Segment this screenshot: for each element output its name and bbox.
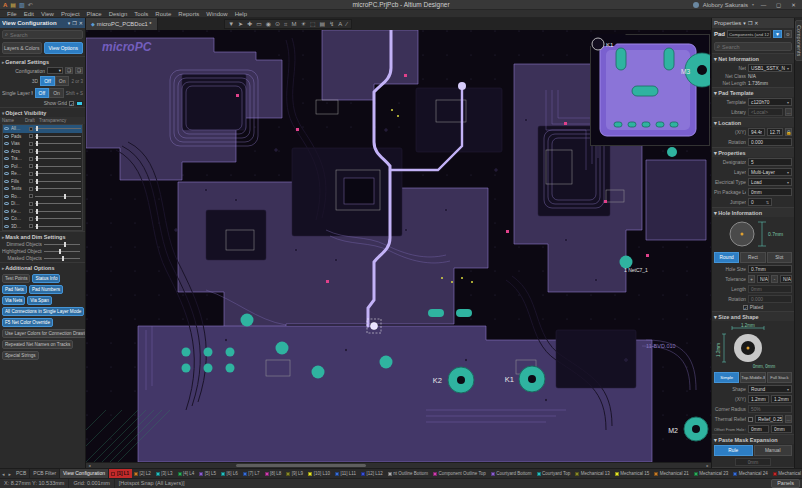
layer-tab[interactable]: [5] L5 [197, 469, 219, 478]
net-pad[interactable] [458, 82, 466, 90]
transparency-slider[interactable] [35, 149, 81, 154]
section-pad-template[interactable]: ▾ Pad Template [712, 87, 794, 97]
visibility-row[interactable]: Co… [3, 215, 82, 223]
layer-tab[interactable]: [10] L10 [306, 469, 333, 478]
plated-checkbox[interactable] [743, 305, 748, 310]
scrollbar-thumb[interactable] [236, 464, 366, 467]
chevron-down-icon[interactable]: ▾ [752, 2, 754, 8]
transparency-slider[interactable] [35, 216, 81, 221]
mechanical-layer-tab[interactable]: Mechanical 13 [573, 469, 613, 478]
menu-item[interactable]: Reports [175, 10, 202, 18]
section-general-settings[interactable]: ▸General Settings [0, 56, 85, 66]
eye-icon[interactable] [4, 142, 9, 145]
toolbar-icon[interactable]: ☀ [299, 20, 307, 29]
section-additional-options[interactable]: ▸Additional Options [0, 262, 85, 272]
menu-item[interactable]: Edit [21, 10, 37, 18]
layer-tab[interactable]: [2] L2 [132, 469, 154, 478]
chevron-down-icon[interactable]: ▾ [68, 20, 71, 26]
toolbar-icon[interactable]: ∕ [345, 20, 349, 29]
pcb-canvas[interactable]: microPC K2 K1 M2 1 NetC7_1 11-BVD.010 [86, 30, 711, 462]
pin-icon[interactable]: ❐ [748, 20, 752, 26]
location-x-field[interactable] [748, 128, 765, 136]
template-dropdown[interactable]: c120h70▾ [748, 98, 792, 106]
mask-dim-slider[interactable] [44, 256, 80, 261]
chevron-down-icon[interactable]: ▾ [743, 20, 746, 26]
mechanical-layer-tab[interactable]: Courtyard Top [534, 469, 573, 478]
transparency-slider[interactable] [35, 201, 81, 206]
option-toggle-button[interactable]: Via Span [27, 296, 52, 305]
eye-icon[interactable] [4, 127, 9, 130]
toolbar-icon[interactable]: M [290, 20, 298, 29]
net-dropdown[interactable]: USB1_SSTX_N▾ [748, 64, 792, 72]
search-input[interactable] [10, 32, 80, 38]
toolbar-icon[interactable]: ▤ [318, 20, 327, 29]
visibility-row[interactable]: 3D… [3, 223, 82, 231]
transparency-slider[interactable] [35, 209, 81, 214]
location-y-field[interactable] [767, 128, 784, 136]
option-toggle-button[interactable]: Test Points [2, 274, 30, 283]
layer-tab[interactable]: [3] L3 [153, 469, 175, 478]
mask-dim-slider[interactable] [44, 242, 80, 247]
three-d-toggle[interactable]: OffOn [40, 76, 69, 86]
menu-item[interactable]: Window [203, 10, 230, 18]
paste-mask-manual-button[interactable]: Manual [754, 445, 793, 456]
visibility-row[interactable]: Fills [3, 178, 82, 186]
mechanical-layer-tab[interactable]: Mechanical 21 [652, 469, 692, 478]
toolbar-icon[interactable]: ▼ [227, 20, 236, 29]
option-toggle-button[interactable]: Repeated Net Names on Tracks [2, 340, 73, 349]
mask-dim-slider[interactable] [44, 249, 80, 254]
hole-shape-button[interactable]: Rect [740, 252, 765, 263]
lock-icon[interactable]: 🔒 [785, 128, 792, 136]
toolbar-icon[interactable]: ✚ [246, 20, 254, 29]
close-icon[interactable]: ✕ [754, 20, 758, 26]
draft-checkbox[interactable] [29, 149, 33, 153]
maximize-button[interactable]: ▢ [773, 1, 784, 9]
mechanical-layer-tab[interactable]: Mechanical 23 [691, 469, 731, 478]
designator-field[interactable] [748, 158, 792, 166]
user-name[interactable]: Alobory Sakurais [703, 2, 748, 8]
layer-tab[interactable]: [4] L4 [175, 469, 197, 478]
show-grid-checkbox[interactable] [69, 101, 74, 106]
visibility-row[interactable]: Ke… [3, 208, 82, 216]
draft-checkbox[interactable] [29, 194, 33, 198]
option-toggle-button[interactable]: Status Info [32, 274, 60, 283]
hole-shape-button[interactable]: Round [714, 252, 739, 263]
draft-checkbox[interactable] [29, 209, 33, 213]
option-toggle-button[interactable]: Via Nets [2, 296, 25, 305]
transparency-slider[interactable] [35, 186, 81, 191]
eye-icon[interactable] [4, 195, 9, 198]
eye-icon[interactable] [4, 180, 9, 183]
visibility-row[interactable]: Tra… [3, 155, 82, 163]
option-toggle-button[interactable]: Special Strings [2, 351, 39, 360]
mechanical-layer-tab[interactable]: Courtyard Bottom [488, 469, 534, 478]
tolerance-minus-field[interactable]: N/A [780, 275, 792, 283]
offset-x-field[interactable] [748, 425, 769, 433]
transparency-slider[interactable] [35, 141, 81, 146]
section-object-visibility[interactable]: ▾Object Visibility [0, 107, 85, 117]
draft-checkbox[interactable] [29, 134, 33, 138]
draft-checkbox[interactable] [29, 187, 33, 191]
thermal-relief-field[interactable]: Relief_0.25de… [755, 415, 783, 423]
configuration-select[interactable]: ▾ [47, 67, 63, 74]
electrical-type-dropdown[interactable]: Load▾ [748, 178, 792, 186]
transparency-slider[interactable] [35, 194, 81, 199]
eye-icon[interactable] [4, 172, 9, 175]
thermal-browse-button[interactable]: … [785, 415, 792, 423]
shape-dropdown[interactable]: Round▾ [748, 385, 792, 393]
bottom-panel-tab[interactable]: PCB [13, 469, 30, 478]
paste-mask-rule-button[interactable]: Rule [714, 445, 753, 456]
toolbar-icon[interactable]: A [337, 20, 344, 29]
draft-checkbox[interactable] [29, 127, 33, 131]
jumper-stepper[interactable]: 0⇅ [748, 198, 772, 206]
pad-y-field[interactable] [771, 395, 792, 403]
rotation-field[interactable] [748, 138, 792, 146]
section-paste-mask[interactable]: ▾ Paste Mask Expansion [712, 434, 794, 444]
menu-item[interactable]: View [38, 10, 57, 18]
layer-dropdown[interactable]: Multi-Layer▾ [748, 168, 792, 176]
visibility-row[interactable]: Pol… [3, 163, 82, 171]
panels-button[interactable]: Panels [771, 479, 800, 488]
transparency-slider[interactable] [35, 179, 81, 184]
selected-pad[interactable] [371, 323, 378, 330]
draft-checkbox[interactable] [29, 224, 33, 228]
option-toggle-button[interactable]: Pad Nets [2, 285, 27, 294]
